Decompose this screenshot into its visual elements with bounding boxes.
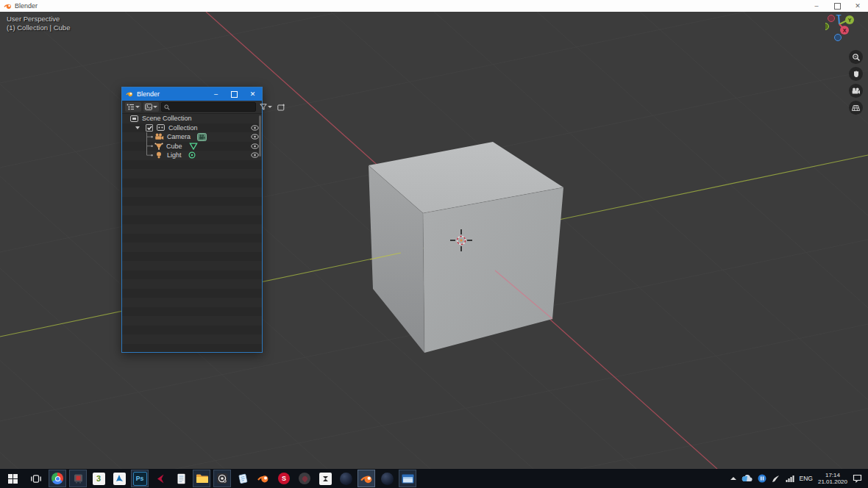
restore-button[interactable] — [827, 0, 847, 12]
search-icon — [164, 104, 170, 110]
taskbar-app-sphere-2[interactable] — [378, 470, 396, 487]
taskbar: 3 Ps — [0, 469, 868, 488]
pan-tool-button[interactable] — [849, 67, 863, 81]
outliner-minimize-button[interactable]: – — [207, 87, 225, 101]
chevron-down-icon — [135, 106, 140, 108]
tree-empty-row — [122, 243, 262, 252]
grid-perspective-icon — [851, 104, 861, 112]
blue-modeling-icon — [113, 473, 126, 485]
taskbar-app-dark-circle[interactable] — [296, 470, 313, 487]
checkmark-icon — [147, 126, 152, 130]
network-signal-icon[interactable] — [786, 475, 794, 482]
pause-circle-icon[interactable] — [758, 474, 766, 483]
minimize-button[interactable]: – — [806, 0, 827, 12]
outliner-tree: Scene Collection Collection — [122, 114, 262, 352]
tree-empty-row — [122, 326, 262, 335]
gizmo-neg-x-ball[interactable] — [828, 15, 835, 22]
taskbar-app-file-explorer[interactable] — [193, 470, 210, 487]
tree-empty-row — [122, 252, 262, 262]
tree-row-cube[interactable]: Cube — [122, 142, 262, 151]
gizmo-z-ball[interactable]: Z — [834, 15, 844, 16]
document-icon — [177, 473, 186, 484]
outliner-window-title: Blender — [137, 90, 160, 98]
outliner-search-box[interactable] — [161, 102, 256, 112]
tree-empty-row — [122, 224, 262, 234]
window-titlebar[interactable]: Blender – ✕ — [0, 0, 868, 12]
taskbar-app-document[interactable] — [172, 470, 190, 487]
nav-gizmo[interactable]: Z Y X — [825, 15, 862, 53]
pen-icon[interactable] — [772, 475, 780, 483]
expand-caret-icon[interactable] — [135, 126, 140, 129]
tree-empty-row — [122, 215, 262, 225]
visibility-eye-icon[interactable] — [251, 152, 259, 159]
gizmo-y-ball[interactable]: Y — [845, 15, 854, 24]
taskbar-app-photoshop[interactable]: Ps — [131, 470, 149, 487]
notes-icon — [238, 473, 249, 484]
svg-text:X: X — [843, 28, 847, 33]
taskbar-app-blue-modeling[interactable] — [110, 470, 128, 487]
taskbar-app-3ds-max[interactable]: 3 — [90, 470, 107, 487]
visibility-eye-icon[interactable] — [251, 125, 259, 132]
viewport-3d[interactable]: User Perspective (1) Collection | Cube Z… — [0, 12, 868, 469]
outliner-window-titlebar[interactable]: Blender – ✕ — [122, 87, 262, 101]
tree-row-light[interactable]: Light — [122, 151, 262, 160]
outliner-scrollbar[interactable] — [259, 115, 261, 157]
taskbar-app-white-box[interactable] — [316, 470, 334, 487]
image-window-icon — [402, 474, 414, 484]
taskbar-app-notes[interactable] — [234, 470, 252, 487]
collection-checkbox[interactable] — [146, 124, 153, 132]
visibility-eye-icon[interactable] — [251, 143, 259, 151]
tree-empty-row — [122, 206, 262, 215]
taskbar-app-screen-recorder[interactable] — [213, 470, 231, 487]
mesh-object-icon — [154, 143, 163, 150]
clock[interactable]: 17:14 21.01.2020 — [818, 472, 847, 485]
action-center-icon[interactable] — [853, 474, 862, 483]
taskbar-app-chrome[interactable] — [49, 470, 66, 487]
hidden-icons-chevron[interactable] — [730, 477, 736, 480]
language-indicator[interactable]: ENG — [800, 475, 813, 482]
visibility-eye-icon[interactable] — [251, 134, 259, 141]
outliner-search-input[interactable] — [172, 104, 253, 110]
tree-empty-row — [122, 298, 262, 307]
hand-icon — [852, 70, 861, 79]
outliner-close-button[interactable]: ✕ — [243, 87, 262, 101]
new-collection-button[interactable] — [276, 102, 287, 112]
camera-data-badge-icon — [197, 133, 207, 141]
blender-logo-icon — [4, 2, 12, 10]
camera-view-button[interactable] — [849, 84, 863, 98]
gizmo-neg-z-ball[interactable] — [835, 35, 842, 41]
scene-collection-icon — [130, 115, 138, 122]
tree-empty-row — [122, 187, 262, 197]
gizmo-x-ball[interactable]: X — [840, 26, 849, 35]
outliner-maximize-button[interactable] — [225, 87, 243, 101]
close-button[interactable]: ✕ — [847, 0, 868, 12]
filter-button[interactable] — [258, 102, 274, 112]
taskbar-app-substance[interactable]: S — [275, 470, 293, 487]
tree-row-scene-collection[interactable]: Scene Collection — [122, 114, 262, 123]
cube-object[interactable] — [369, 142, 563, 353]
zoom-tool-button[interactable] — [849, 50, 863, 64]
clock-time: 17:14 — [818, 472, 847, 478]
app-title: Blender — [15, 2, 38, 10]
task-view-button[interactable] — [25, 469, 47, 488]
cloud-icon[interactable] — [741, 475, 753, 482]
taskbar-app-sphere[interactable] — [337, 470, 355, 487]
desktop: Blender – ✕ — [0, 0, 868, 488]
camera-object-icon — [154, 133, 164, 140]
tree-row-collection[interactable]: Collection — [122, 123, 262, 133]
toggle-projection-button[interactable] — [849, 101, 863, 115]
display-mode-button[interactable] — [143, 102, 159, 112]
taskbar-app-blender[interactable] — [255, 470, 272, 487]
outliner-header — [122, 101, 262, 114]
taskbar-app-blender-running[interactable] — [357, 470, 375, 487]
editor-type-button[interactable] — [125, 102, 141, 112]
chevron-down-icon — [153, 106, 157, 108]
taskbar-app-image-window[interactable] — [399, 470, 416, 487]
collection-icon — [157, 124, 165, 131]
taskbar-app-red-arrow[interactable] — [152, 470, 169, 487]
gizmo-neg-y-ball[interactable] — [825, 24, 829, 30]
taskbar-app-red-device[interactable] — [69, 470, 87, 487]
start-button[interactable] — [0, 469, 25, 488]
screen-recorder-icon — [216, 473, 228, 484]
tree-row-camera[interactable]: Camera — [122, 132, 262, 142]
